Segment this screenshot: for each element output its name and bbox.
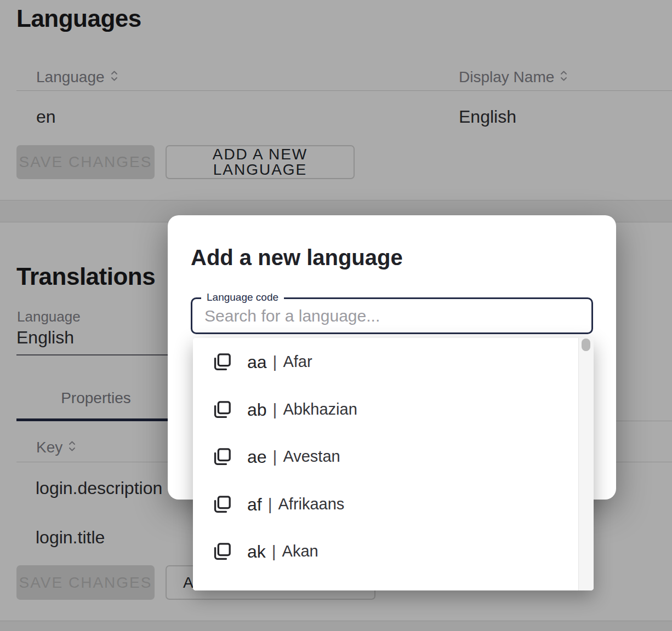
option-code: af — [247, 496, 262, 513]
language-option[interactable]: aa | Afar — [193, 338, 578, 386]
language-code-field-label: Language code — [201, 292, 284, 302]
copy-icon — [211, 541, 233, 563]
scrollbar-thumb[interactable] — [582, 339, 590, 351]
language-option[interactable]: ae | Avestan — [193, 433, 578, 480]
option-name: Afrikaans — [278, 496, 344, 512]
copy-icon — [211, 399, 233, 421]
copy-icon — [211, 588, 233, 591]
language-option[interactable]: ak | Akan — [193, 527, 578, 575]
language-option[interactable] — [193, 575, 578, 590]
option-code: ae — [247, 448, 267, 466]
option-code: ak — [247, 543, 266, 560]
option-name: Afar — [283, 354, 312, 370]
option-separator: | — [273, 401, 277, 418]
option-separator: | — [272, 543, 276, 560]
option-code: aa — [247, 353, 267, 371]
option-name: Avestan — [283, 449, 340, 464]
language-search-input[interactable] — [192, 299, 591, 332]
copy-icon — [211, 494, 233, 515]
option-separator: | — [268, 496, 272, 513]
language-code-field: Language code — [191, 297, 593, 334]
language-option[interactable]: ab | Abkhazian — [193, 386, 578, 433]
option-name: Akan — [282, 543, 318, 559]
language-options-listbox: aa | Afar ab | Abkhazian ae | Avestan — [193, 338, 594, 590]
option-code: ab — [247, 401, 267, 418]
dialog-title: Add a new language — [191, 246, 403, 268]
option-name: Abkhazian — [283, 401, 357, 417]
language-option[interactable]: af | Afrikaans — [193, 480, 578, 528]
copy-icon — [211, 351, 233, 373]
option-separator: | — [273, 449, 277, 465]
option-separator: | — [273, 354, 277, 370]
app-root: Languages Language Display Name en Engli… — [0, 0, 672, 631]
copy-icon — [211, 446, 233, 468]
scrollbar-track[interactable] — [578, 338, 594, 590]
